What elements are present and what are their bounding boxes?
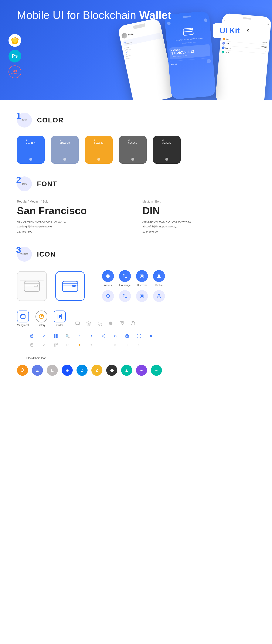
color-hex: #F5A623 bbox=[94, 139, 104, 144]
order-label: Order bbox=[56, 324, 63, 327]
star-icon: ☆ bbox=[76, 333, 82, 339]
swap-icon: ↔ bbox=[100, 342, 106, 348]
back-gray-icon: < bbox=[88, 342, 94, 348]
layers-icon bbox=[85, 320, 92, 327]
icon-section-header: THREE 3 ICON bbox=[17, 247, 255, 262]
svg-point-60 bbox=[104, 337, 105, 338]
info-icon bbox=[130, 320, 136, 327]
svg-rect-22 bbox=[20, 314, 25, 318]
management-label: Mangment bbox=[17, 324, 29, 327]
svg-point-29 bbox=[42, 314, 44, 316]
hero-badge: UI Kit bbox=[213, 24, 246, 38]
exchange-label: Exchange bbox=[119, 284, 130, 287]
crypto-icons-row: ₿ΞŁ◈DZ◆▲∞~ bbox=[17, 365, 255, 376]
icon-exchange: Exchange bbox=[119, 270, 131, 287]
icon-history: History bbox=[36, 310, 48, 327]
svg-rect-38 bbox=[120, 322, 124, 324]
plus-gray-icon: + bbox=[17, 342, 23, 348]
crypto-sky-icon: ~ bbox=[151, 365, 162, 376]
font-section-number: TWO 2 bbox=[17, 176, 32, 191]
font-left-lowercase: abcdefghijklmnopqrstuvwxyz bbox=[17, 224, 130, 229]
circle-icon bbox=[107, 320, 114, 327]
font-section-title: FONT bbox=[37, 180, 57, 188]
svg-point-20 bbox=[141, 295, 143, 297]
blockchain-line bbox=[17, 358, 24, 358]
svg-rect-58 bbox=[56, 337, 57, 337]
refresh-icon: ⟳ bbox=[64, 342, 70, 348]
crypto-dash-icon: D bbox=[76, 365, 88, 376]
font-right-weights: Medium ' Bold bbox=[142, 200, 255, 203]
font-left-name: San Francisco bbox=[17, 205, 130, 216]
check-gray-icon: ✓ bbox=[41, 342, 47, 348]
color-dot bbox=[131, 158, 134, 161]
sketch-badge bbox=[8, 34, 21, 47]
crypto-aion-icon: ▲ bbox=[121, 365, 132, 376]
svg-rect-13 bbox=[72, 285, 76, 287]
icon-assets: Assets bbox=[102, 270, 114, 287]
assets-label: Assets bbox=[104, 284, 112, 287]
icon-discover: Discover bbox=[136, 270, 148, 287]
svg-rect-51 bbox=[56, 334, 57, 336]
ps-badge: Ps bbox=[8, 50, 21, 62]
blockchain-label: BlockChain Icon bbox=[17, 356, 255, 360]
svg-point-43 bbox=[132, 322, 133, 323]
svg-point-59 bbox=[104, 334, 105, 335]
icon-assets-outline bbox=[102, 290, 114, 302]
svg-rect-70 bbox=[54, 343, 55, 344]
color-section-number: ONE 1 bbox=[17, 113, 32, 128]
icon-wireframe bbox=[17, 271, 47, 301]
font-left: Regular ' Medium ' Bold San Francisco AB… bbox=[17, 200, 130, 234]
font-left-numbers: 1234567890 bbox=[17, 229, 130, 234]
small-icon-row-2: + ✓ ⟳ ★ < bbox=[17, 342, 255, 348]
search-icon: 🔍 bbox=[64, 333, 70, 339]
plus-icon: + bbox=[17, 333, 23, 339]
icon-exchange-outline bbox=[119, 290, 131, 302]
crypto-matic-icon: ∞ bbox=[136, 365, 147, 376]
crypto-ethereum-icon: Ξ bbox=[32, 365, 43, 376]
back-icon: < bbox=[88, 333, 94, 339]
svg-rect-47 bbox=[31, 334, 32, 335]
color-swatch: #3574FA bbox=[17, 136, 44, 164]
color-hex: #8DA0C8 bbox=[60, 139, 70, 144]
discover-icon bbox=[136, 270, 148, 282]
qr-icon bbox=[53, 333, 59, 339]
discover-outline-icon bbox=[136, 290, 148, 302]
crypto-iota-icon: ◆ bbox=[106, 365, 117, 376]
screens-badge: 60+ Screens bbox=[8, 66, 21, 78]
icon-management: Mangment bbox=[17, 310, 29, 327]
profile-icon bbox=[153, 270, 165, 282]
management-icon bbox=[17, 310, 29, 322]
assets-icon bbox=[102, 270, 114, 282]
named-icons-bottom bbox=[102, 290, 165, 302]
main-content: ONE 1 COLOR #3574FA #8DA0C8 #F5A623 #666… bbox=[0, 113, 272, 376]
color-section-header: ONE 1 COLOR bbox=[17, 113, 255, 128]
font-left-uppercase: ABCDEFGHIJKLMNOPQRSTUVWXYZ bbox=[17, 219, 130, 224]
profile-label: Profile bbox=[155, 284, 162, 287]
svg-marker-14 bbox=[106, 274, 110, 278]
small-icon-rows: + ✓ bbox=[17, 333, 255, 348]
color-swatches: #3574FA #8DA0C8 #F5A623 #666666 #303030 bbox=[17, 136, 255, 164]
small-icon-row-1: + ✓ bbox=[17, 333, 255, 339]
hero-title: Mobile UI for Blockchain Wallet bbox=[17, 8, 171, 22]
message-icon bbox=[74, 320, 81, 327]
svg-rect-53 bbox=[54, 337, 55, 338]
font-section-header: TWO 2 FONT bbox=[17, 176, 255, 191]
svg-rect-71 bbox=[56, 343, 58, 344]
svg-rect-7 bbox=[190, 31, 192, 32]
discover-label: Discover bbox=[137, 284, 147, 287]
icon-discover-outline bbox=[136, 290, 148, 302]
crypto-bitcoin-icon: ₿ bbox=[17, 365, 28, 376]
svg-marker-18 bbox=[106, 294, 110, 298]
font-right-uppercase: ABCDEFGHIJKLMNOPQRSTUVWXYZ bbox=[142, 219, 255, 224]
qr-gray-icon bbox=[53, 342, 59, 348]
order-icon bbox=[54, 310, 66, 322]
halfmoon-icon bbox=[96, 320, 103, 327]
x-gray-icon: ✕ bbox=[112, 342, 118, 348]
font-right-name: DIN bbox=[142, 205, 255, 216]
phone-mockup-2: Characters may be manifested in the grea… bbox=[164, 11, 216, 100]
font-right: Medium ' Bold DIN ABCDEFGHIJKLMNOPQRSTUV… bbox=[142, 200, 255, 234]
svg-line-62 bbox=[103, 335, 104, 336]
svg-rect-49 bbox=[54, 334, 55, 336]
info-gray-icon: ℹ bbox=[136, 342, 142, 348]
font-right-numbers: 1234567890 bbox=[142, 229, 255, 234]
